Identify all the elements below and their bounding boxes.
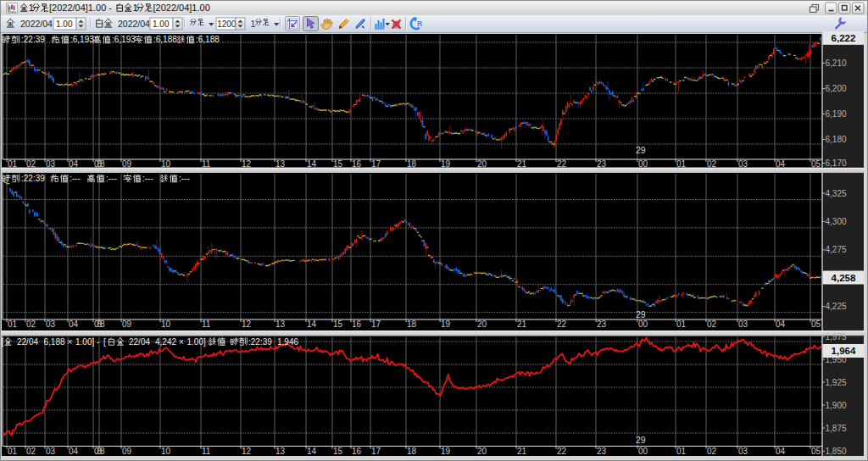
svg-text:1.00: 1.00 (153, 19, 170, 29)
svg-text:10: 10 (161, 159, 171, 169)
svg-text:[: [ (103, 337, 106, 347)
svg-text:22: 22 (557, 159, 567, 169)
svg-text:4,258: 4,258 (832, 273, 856, 283)
svg-text:03: 03 (46, 319, 56, 329)
svg-text:10: 10 (161, 319, 171, 329)
svg-text:04: 04 (776, 159, 786, 169)
svg-text:18: 18 (407, 447, 417, 456)
svg-text:01: 01 (8, 447, 18, 456)
svg-text:00: 00 (638, 319, 648, 329)
svg-text::6,188: :6,188 (153, 35, 177, 44)
svg-text:20: 20 (477, 159, 487, 169)
svg-text:17: 17 (371, 319, 381, 329)
svg-text:03: 03 (46, 159, 56, 169)
svg-text:22: 22 (557, 319, 567, 329)
svg-text::22:39: :22:39 (21, 35, 45, 44)
svg-text:16: 16 (352, 159, 362, 169)
svg-text::---: :--- (142, 174, 153, 183)
svg-text:1.00: 1.00 (56, 19, 73, 29)
svg-text:19: 19 (441, 159, 451, 169)
svg-text:21: 21 (517, 447, 527, 456)
svg-text:22/04: 22/04 (129, 337, 150, 347)
svg-text:18: 18 (407, 159, 417, 169)
svg-text:04: 04 (69, 447, 79, 456)
svg-text:03: 03 (46, 447, 56, 456)
svg-text:1,975: 1,975 (826, 332, 847, 342)
svg-text:4,300: 4,300 (826, 217, 847, 226)
svg-text:02: 02 (707, 447, 717, 456)
svg-text:×: × (179, 337, 184, 347)
svg-text:11: 11 (202, 447, 211, 456)
svg-text::6,193: :6,193 (112, 35, 136, 44)
svg-text:01: 01 (676, 447, 687, 456)
svg-text:10: 10 (161, 447, 171, 456)
svg-text:2022/04: 2022/04 (118, 19, 150, 29)
svg-text:12: 12 (242, 159, 252, 169)
svg-text:6,200: 6,200 (826, 84, 847, 93)
svg-text:04: 04 (776, 319, 786, 329)
svg-text:4,242: 4,242 (155, 337, 176, 347)
svg-text:1,875: 1,875 (826, 424, 847, 433)
svg-text:23: 23 (597, 159, 607, 169)
svg-text:02: 02 (26, 319, 36, 329)
svg-text:09: 09 (122, 319, 132, 329)
svg-text:13: 13 (275, 319, 286, 329)
svg-text:13: 13 (275, 159, 286, 169)
svg-text:01: 01 (8, 159, 18, 169)
svg-text::---: :--- (106, 174, 117, 183)
svg-text:6,170: 6,170 (826, 158, 847, 168)
svg-text:11: 11 (202, 159, 211, 169)
svg-text:8: 8 (100, 319, 105, 329)
svg-text:14: 14 (307, 159, 317, 169)
svg-text:00: 00 (638, 447, 648, 456)
svg-text:02: 02 (26, 159, 36, 169)
svg-text:02: 02 (26, 447, 36, 456)
svg-text:1,850: 1,850 (826, 447, 847, 456)
svg-text:21: 21 (517, 319, 527, 329)
svg-text:1,964: 1,964 (832, 346, 856, 356)
svg-text:1200: 1200 (217, 19, 236, 29)
svg-text:09: 09 (122, 159, 132, 169)
svg-text:23: 23 (597, 447, 607, 456)
svg-text:-: - (97, 337, 99, 347)
svg-text:6,222: 6,222 (832, 33, 856, 43)
svg-text:13: 13 (275, 447, 286, 456)
svg-text:05: 05 (811, 447, 821, 456)
svg-text:17: 17 (371, 447, 381, 456)
svg-text:01: 01 (676, 159, 687, 169)
svg-text:1: 1 (251, 19, 256, 29)
svg-text:12: 12 (242, 447, 252, 456)
svg-text:14: 14 (307, 319, 317, 329)
svg-text:6,210: 6,210 (826, 58, 847, 68)
svg-text:04: 04 (776, 447, 786, 456)
svg-text:01: 01 (676, 319, 687, 329)
svg-text::6,193: :6,193 (70, 35, 94, 44)
svg-text:19: 19 (441, 447, 451, 456)
svg-text:1.00]: 1.00] (187, 337, 206, 347)
svg-text:1,946: 1,946 (277, 337, 298, 347)
svg-text:6,180: 6,180 (826, 135, 847, 144)
svg-text:23: 23 (597, 319, 607, 329)
svg-text:6,190: 6,190 (826, 109, 847, 119)
svg-text:8: 8 (100, 159, 105, 169)
svg-text:20: 20 (477, 447, 487, 456)
svg-text:05: 05 (811, 319, 821, 329)
svg-text:2022/04: 2022/04 (20, 19, 53, 29)
svg-text:17: 17 (371, 159, 381, 169)
svg-text:20: 20 (477, 319, 487, 329)
svg-text:21: 21 (517, 159, 527, 169)
svg-text:R: R (417, 19, 422, 28)
svg-text:29: 29 (636, 309, 646, 319)
svg-text:1.00]: 1.00] (75, 337, 94, 347)
svg-text:6,188: 6,188 (44, 337, 65, 347)
svg-text::---: :--- (179, 174, 190, 183)
svg-text:15: 15 (333, 319, 343, 329)
svg-text:1,900: 1,900 (826, 401, 847, 410)
svg-text:16: 16 (352, 447, 362, 456)
svg-text:04: 04 (69, 159, 79, 169)
svg-text:[2022/04]1.00: [2022/04]1.00 (153, 3, 210, 13)
svg-text:29: 29 (636, 145, 646, 155)
svg-text::6,188: :6,188 (196, 35, 220, 44)
svg-text::22:39: :22:39 (248, 337, 272, 347)
svg-text:[2022/04]1.00 -: [2022/04]1.00 - (49, 3, 114, 13)
